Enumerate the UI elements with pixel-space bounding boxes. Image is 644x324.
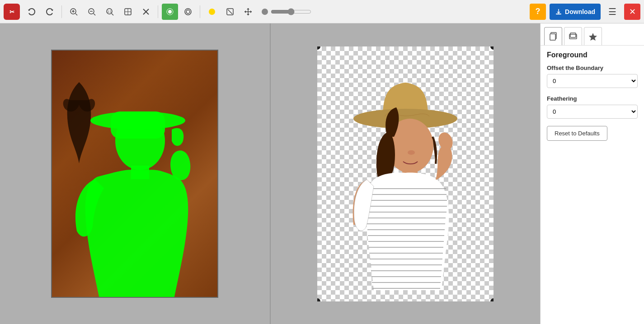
separator-2 (158, 5, 158, 18)
app-logo: ✂ (4, 4, 20, 20)
svg-line-5 (75, 14, 77, 15)
download-button[interactable]: Download (550, 4, 601, 20)
tab-copy[interactable] (544, 27, 562, 45)
svg-rect-41 (570, 33, 576, 37)
feathering-label: Feathering (547, 95, 638, 102)
original-image-panel (0, 23, 271, 324)
tab-layers[interactable] (564, 27, 582, 45)
menu-button[interactable]: ☰ (604, 4, 620, 20)
original-image (51, 50, 218, 298)
result-image-panel (271, 23, 541, 324)
yellow-dot-button[interactable] (204, 4, 220, 20)
svg-point-19 (185, 9, 191, 15)
sidebar-content: Foreground Offset the Boundary 0 1 2 3 4… (541, 46, 644, 146)
sidebar-tabs (541, 23, 644, 46)
move-button[interactable] (240, 4, 256, 20)
undo-button[interactable] (24, 4, 40, 20)
toolbar-right-actions: ? Download ☰ ✕ (530, 4, 640, 20)
svg-point-21 (209, 9, 215, 15)
svg-point-29 (115, 111, 165, 170)
main-area: Foreground Offset the Boundary 0 1 2 3 4… (0, 23, 644, 324)
green-mask (52, 51, 217, 297)
result-image (317, 46, 494, 301)
offset-label: Offset the Boundary (547, 65, 638, 71)
zoom-reset-button[interactable] (120, 4, 136, 20)
erase-button[interactable] (222, 4, 238, 20)
foreground-brush-button[interactable] (162, 4, 178, 20)
zoom-fit-button[interactable]: 1:1 (102, 4, 118, 20)
svg-line-8 (94, 14, 95, 15)
brush-size-control (262, 8, 311, 15)
redo-button[interactable] (42, 4, 58, 20)
zoom-out-button[interactable] (84, 4, 100, 20)
svg-point-37 (436, 130, 455, 152)
tab-favorite[interactable] (584, 27, 602, 45)
brush-size-slider[interactable] (271, 8, 311, 15)
svg-point-18 (168, 10, 172, 14)
zoom-in-button[interactable] (66, 4, 82, 20)
sidebar: Foreground Offset the Boundary 0 1 2 3 4… (540, 23, 644, 324)
section-title: Foreground (547, 51, 638, 59)
close-button[interactable]: ✕ (624, 4, 640, 20)
svg-rect-26 (556, 14, 561, 14)
svg-line-10 (112, 14, 113, 15)
offset-select[interactable]: 0 1 2 3 4 5 (547, 74, 638, 88)
eraser-brush-button[interactable] (180, 4, 196, 20)
cutout-person (317, 46, 494, 301)
brush-size-icon (262, 9, 268, 15)
svg-line-23 (228, 9, 232, 14)
cancel-button[interactable] (138, 4, 154, 20)
separator-3 (200, 5, 200, 18)
svg-point-20 (186, 10, 190, 14)
canvas-area (0, 23, 540, 324)
svg-marker-42 (589, 33, 597, 41)
help-button[interactable]: ? (530, 4, 546, 20)
svg-point-35 (408, 150, 415, 155)
toolbar: ✂ (0, 0, 644, 23)
svg-rect-39 (550, 34, 555, 40)
svg-text:1:1: 1:1 (107, 10, 112, 13)
separator-1 (61, 5, 62, 18)
reset-defaults-button[interactable]: Reset to Defaults (547, 126, 607, 141)
download-label: Download (565, 8, 595, 15)
feathering-select[interactable]: 0 1 2 3 4 5 (547, 105, 638, 119)
svg-text:✂: ✂ (9, 9, 14, 15)
